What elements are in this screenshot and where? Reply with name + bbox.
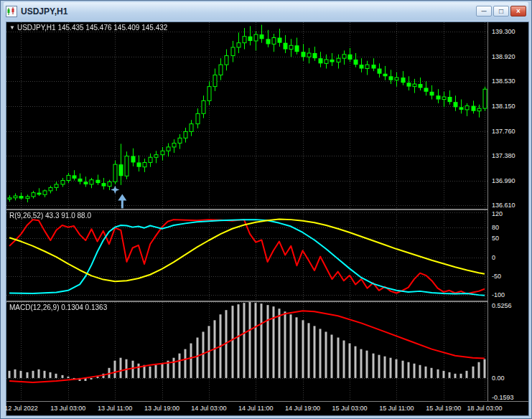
- price-axis-label: 136.990: [492, 177, 515, 184]
- title-bar[interactable]: USDJPY,H1 ─ □ ×: [4, 2, 528, 20]
- price-axis-label: 137.380: [492, 152, 515, 159]
- price-axis-label: 137.760: [492, 128, 515, 135]
- indicator-axis-label: 0: [492, 254, 495, 261]
- window-title: USDJPY,H1: [21, 6, 476, 17]
- chart-area: ▼ USDJPY,H1 145.435 145.476 145.409 145.…: [6, 22, 529, 416]
- time-axis-label: 14 Jul 11:00: [238, 405, 273, 412]
- price-axis-label: 139.300: [492, 28, 515, 35]
- indicator-values-label: R(9,26,52) 43.3 91.0 88.0: [9, 212, 91, 220]
- indicator-axis-label: 50: [492, 235, 499, 242]
- macd-pane: MACD(12,26,9) 0.1304 0.1363: [6, 302, 487, 401]
- indicator-axis-label: -100: [492, 291, 505, 298]
- time-axis[interactable]: 12 Jul 202213 Jul 03:0013 Jul 11:0013 Ju…: [6, 401, 528, 415]
- indicator-axis-label: 80: [492, 224, 499, 231]
- price-chart-canvas[interactable]: [6, 22, 487, 209]
- time-axis-label: 15 Jul 19:00: [426, 405, 461, 412]
- indicator-axis-label: -50: [492, 273, 501, 280]
- price-scale[interactable]: 139.300138.920138.530138.150137.760137.3…: [487, 22, 528, 401]
- macd-values-label: MACD(12,26,9) 0.1304 0.1363: [9, 303, 107, 311]
- time-axis-label: 14 Jul 03:00: [191, 405, 226, 412]
- price-axis-label: 138.530: [492, 77, 515, 85]
- indicator-pane-label: R(9,26,52) 43.3 91.0 88.0: [9, 212, 91, 220]
- time-axis-label: 13 Jul 03:00: [50, 405, 85, 412]
- ohlc-quote-label: USDJPY,H1 145.435 145.476 145.409 145.43…: [17, 24, 167, 32]
- chart-window: USDJPY,H1 ─ □ × ▼ USDJPY,H1 145.435 145.…: [0, 0, 532, 419]
- macd-axis-label: -0.1593: [492, 394, 514, 401]
- price-pane: ▼ USDJPY,H1 145.435 145.476 145.409 145.…: [6, 22, 487, 209]
- time-axis-label: 14 Jul 19:00: [285, 405, 320, 412]
- minimize-button[interactable]: ─: [476, 6, 492, 17]
- price-pane-label: ▼ USDJPY,H1 145.435 145.476 145.409 145.…: [9, 24, 167, 32]
- time-axis-label: 13 Jul 19:00: [144, 405, 179, 412]
- indicator-axis-label: 120: [492, 210, 503, 217]
- indicator-canvas[interactable]: [6, 210, 487, 301]
- price-axis-label: 136.610: [492, 202, 515, 209]
- time-axis-label: 18 Jul 03:00: [467, 405, 502, 412]
- chart-window-icon: [6, 6, 17, 17]
- macd-pane-label: MACD(12,26,9) 0.1304 0.1363: [9, 303, 107, 311]
- price-axis-label: 138.150: [492, 103, 515, 110]
- chevron-down-icon[interactable]: ▼: [9, 24, 15, 31]
- macd-axis-label: 0.00: [492, 375, 505, 382]
- time-axis-label: 12 Jul 2022: [4, 405, 38, 412]
- time-axis-label: 15 Jul 11:00: [379, 405, 414, 412]
- macd-canvas[interactable]: [6, 302, 487, 401]
- close-button[interactable]: ×: [510, 6, 526, 17]
- time-axis-label: 13 Jul 11:00: [98, 405, 132, 412]
- maximize-button[interactable]: □: [493, 6, 509, 17]
- time-axis-label: 15 Jul 03:00: [332, 405, 367, 412]
- macd-axis-label: 0.5256: [492, 302, 512, 309]
- indicator-pane: R(9,26,52) 43.3 91.0 88.0: [6, 210, 487, 301]
- price-axis-label: 138.920: [492, 53, 515, 60]
